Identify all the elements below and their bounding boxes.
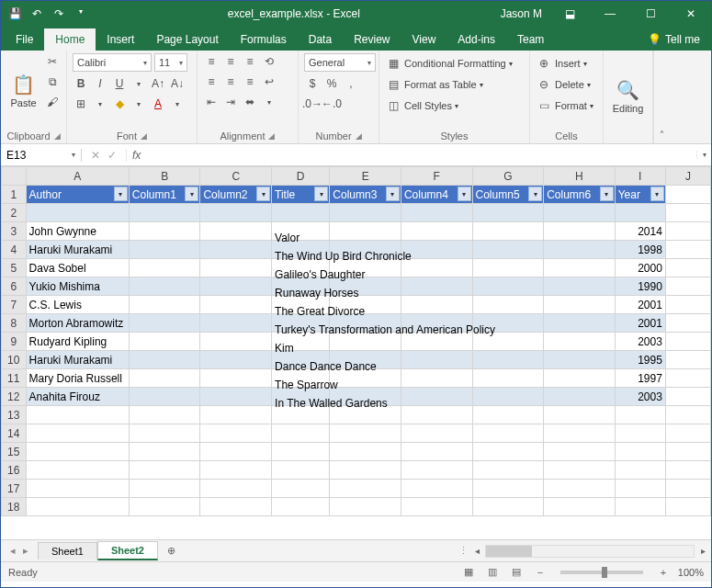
hscroll-thumb[interactable] bbox=[486, 546, 532, 557]
expand-formula-bar-icon[interactable]: ▾ bbox=[696, 151, 711, 159]
orientation-icon[interactable]: ⟲ bbox=[261, 53, 277, 70]
cell[interactable]: Yukio Mishima bbox=[26, 277, 129, 296]
table-header-column1[interactable]: Column1▾ bbox=[129, 186, 200, 204]
col-header-G[interactable]: G bbox=[472, 167, 544, 186]
cell[interactable] bbox=[472, 369, 544, 388]
cell[interactable] bbox=[272, 443, 330, 461]
tab-insert[interactable]: Insert bbox=[96, 28, 145, 51]
enter-formula-icon[interactable]: ✓ bbox=[107, 149, 117, 162]
tell-me[interactable]: 💡 Tell me bbox=[637, 28, 711, 51]
cell-styles-button[interactable]: ◫Cell Styles▾ bbox=[385, 97, 513, 114]
accounting-icon[interactable]: $ bbox=[304, 75, 321, 92]
cell[interactable] bbox=[272, 461, 330, 480]
cell[interactable] bbox=[272, 424, 330, 443]
cell[interactable] bbox=[665, 443, 710, 461]
row-header-18[interactable]: 18 bbox=[2, 498, 27, 516]
cell[interactable]: 2014 bbox=[615, 222, 665, 241]
cell[interactable] bbox=[200, 498, 272, 516]
format-as-table-button[interactable]: ▤Format as Table▾ bbox=[385, 76, 513, 93]
zoom-slider[interactable] bbox=[560, 571, 643, 574]
row-header-3[interactable]: 3 bbox=[2, 222, 27, 241]
cell[interactable] bbox=[200, 222, 272, 241]
cell[interactable]: Rudyard Kipling bbox=[26, 333, 129, 351]
cell[interactable] bbox=[401, 480, 472, 498]
cell[interactable] bbox=[472, 277, 544, 296]
fill-dd-icon[interactable]: ▾ bbox=[130, 96, 147, 112]
col-header-C[interactable]: C bbox=[200, 167, 272, 186]
font-color-icon[interactable]: A bbox=[150, 96, 166, 112]
cell[interactable]: 1998 bbox=[615, 241, 665, 259]
close-icon[interactable]: ✕ bbox=[671, 7, 711, 20]
tab-pagelayout[interactable]: Page Layout bbox=[145, 28, 229, 51]
cell[interactable] bbox=[129, 204, 200, 222]
underline-button[interactable]: U bbox=[111, 75, 128, 92]
row-header-16[interactable]: 16 bbox=[2, 461, 27, 480]
shrink-font-icon[interactable]: A↓ bbox=[169, 75, 186, 92]
percent-icon[interactable]: % bbox=[323, 75, 340, 92]
row-header-10[interactable]: 10 bbox=[2, 351, 27, 369]
cell[interactable] bbox=[26, 406, 129, 424]
cell[interactable] bbox=[330, 498, 401, 516]
redo-icon[interactable]: ↷ bbox=[51, 7, 67, 20]
tab-file[interactable]: File bbox=[5, 28, 44, 51]
tab-team[interactable]: Team bbox=[506, 28, 555, 51]
cell[interactable] bbox=[544, 369, 616, 388]
table-header-column2[interactable]: Column2▾ bbox=[200, 186, 272, 204]
cell[interactable]: 2001 bbox=[615, 296, 665, 314]
row-header-11[interactable]: 11 bbox=[2, 369, 27, 388]
cell[interactable] bbox=[665, 351, 710, 369]
col-header-F[interactable]: F bbox=[401, 167, 472, 186]
cell[interactable] bbox=[401, 498, 472, 516]
cell[interactable] bbox=[200, 277, 272, 296]
user-label[interactable]: Jason M bbox=[493, 7, 549, 20]
align-left-icon[interactable]: ≡ bbox=[203, 74, 220, 90]
cell[interactable] bbox=[401, 204, 472, 222]
table-header-column5[interactable]: Column5▾ bbox=[472, 186, 544, 204]
zoom-thumb[interactable] bbox=[602, 567, 607, 578]
cell[interactable] bbox=[330, 222, 401, 241]
cell[interactable] bbox=[615, 480, 665, 498]
row-header-4[interactable]: 4 bbox=[2, 241, 27, 259]
merge-icon[interactable]: ⬌ bbox=[242, 94, 258, 110]
cell[interactable] bbox=[401, 461, 472, 480]
cell[interactable] bbox=[272, 480, 330, 498]
filter-icon[interactable]: ▾ bbox=[185, 187, 198, 201]
cell[interactable] bbox=[401, 222, 472, 241]
cell[interactable] bbox=[665, 314, 710, 333]
cell[interactable]: 1997 bbox=[615, 369, 665, 388]
cell[interactable] bbox=[129, 480, 200, 498]
cancel-formula-icon[interactable]: ✕ bbox=[91, 149, 100, 162]
cell[interactable] bbox=[544, 461, 616, 480]
cell[interactable]: 1995 bbox=[615, 351, 665, 369]
row-header-1[interactable]: 1 bbox=[2, 186, 27, 204]
cell[interactable] bbox=[665, 259, 710, 277]
filter-icon[interactable]: ▾ bbox=[256, 187, 270, 201]
sheet-tab-sheet1[interactable]: Sheet1 bbox=[38, 542, 97, 560]
number-dialog-icon[interactable]: ◢ bbox=[356, 131, 362, 141]
cell[interactable]: 2001 bbox=[615, 314, 665, 333]
tab-review[interactable]: Review bbox=[343, 28, 401, 51]
undo-icon[interactable]: ↶ bbox=[28, 7, 45, 20]
fontcolor-dd-icon[interactable]: ▾ bbox=[169, 96, 186, 112]
tab-view[interactable]: View bbox=[401, 28, 447, 51]
cell[interactable] bbox=[330, 480, 401, 498]
cell[interactable] bbox=[26, 480, 129, 498]
cell[interactable] bbox=[615, 461, 665, 480]
row-header-2[interactable]: 2 bbox=[2, 204, 27, 222]
cell[interactable] bbox=[615, 498, 665, 516]
cell[interactable] bbox=[200, 259, 272, 277]
cell[interactable] bbox=[472, 222, 544, 241]
cell[interactable] bbox=[665, 186, 710, 204]
zoom-in-icon[interactable]: + bbox=[654, 567, 672, 578]
delete-cells-button[interactable]: ⊖Delete▾ bbox=[536, 76, 593, 93]
cell[interactable] bbox=[665, 222, 710, 241]
cell[interactable] bbox=[472, 424, 544, 443]
cell[interactable] bbox=[200, 333, 272, 351]
cell[interactable] bbox=[200, 443, 272, 461]
cell[interactable] bbox=[665, 406, 710, 424]
cell[interactable] bbox=[200, 388, 272, 406]
view-pagelayout-icon[interactable]: ▥ bbox=[483, 566, 502, 578]
cell[interactable] bbox=[26, 204, 129, 222]
cell[interactable] bbox=[472, 443, 544, 461]
col-header-A[interactable]: A bbox=[26, 167, 129, 186]
